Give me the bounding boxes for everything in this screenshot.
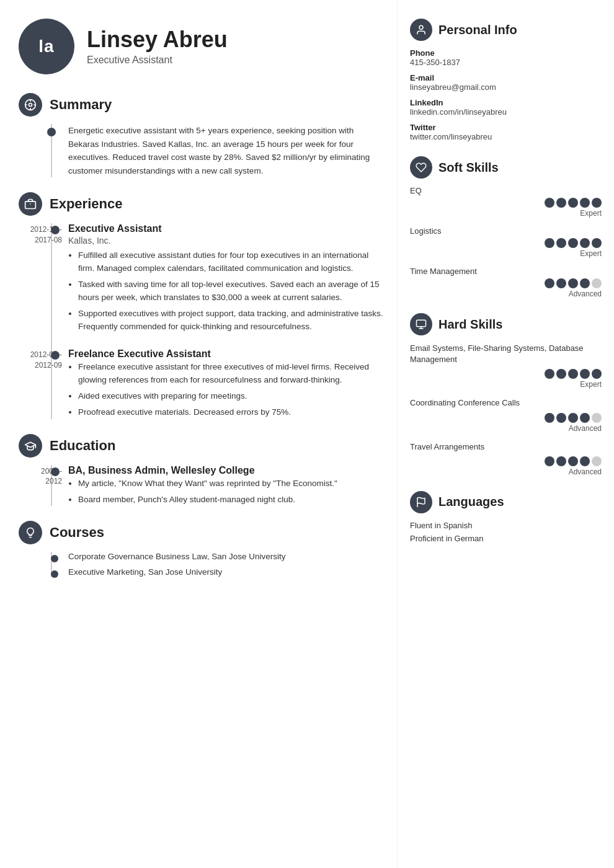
soft-skills-header: Soft Skills — [410, 156, 602, 179]
personal-info-header: Personal Info — [410, 19, 602, 41]
job-item-2: 2012-07 - 2012-09 Freelance Executive As… — [68, 348, 385, 419]
languages-section: Languages Fluent in Spanish Proficient i… — [410, 491, 602, 543]
hard-skills-header: Hard Skills — [410, 313, 602, 335]
hard-skill-calls-dots — [410, 413, 602, 423]
resume-container: la Linsey Abreu Executive Assistant — [0, 0, 614, 868]
soft-skill-time: Time Management Advanced — [410, 267, 602, 298]
edu-degree-1: BA, Business Admin, Wellesley College — [68, 465, 385, 476]
hard-skill-calls-name: Coordinating Conference Calls — [410, 397, 602, 409]
experience-section: Experience 2012-10 - 2017-08 Executive A… — [19, 192, 385, 418]
email-row: E-mail linseyabreu@gmail.com — [410, 73, 602, 92]
candidate-title: Executive Assistant — [87, 55, 228, 66]
soft-skills-icon — [410, 156, 432, 179]
hard-skill-email-level: Expert — [410, 380, 602, 389]
linkedin-label: LinkedIn — [410, 98, 602, 107]
hard-skill-travel-name: Travel Arrangements — [410, 441, 602, 453]
job-bullet-2-1: Freelance executive assistant for three … — [78, 361, 385, 387]
hard-skills-section: Hard Skills Email Systems, File-Sharing … — [410, 313, 602, 476]
personal-info-section: Personal Info Phone 415-350-1837 E-mail … — [410, 19, 602, 141]
education-section: Education 2009 - 2012 BA, Business Admin… — [19, 434, 385, 507]
email-label: E-mail — [410, 73, 602, 82]
language-item-1: Fluent in Spanish — [410, 521, 602, 530]
edu-dot-1 — [51, 467, 60, 476]
twitter-value: twitter.com/linseyabreu — [410, 132, 602, 141]
hard-skills-title: Hard Skills — [438, 317, 502, 332]
soft-skill-eq-dots — [410, 198, 602, 208]
edu-bullet-1-2: Board member, Punch's Alley student-mana… — [78, 494, 385, 507]
courses-title: Courses — [50, 525, 104, 541]
soft-skill-logistics-dots — [410, 238, 602, 248]
summary-icon — [19, 93, 42, 117]
education-title: Education — [50, 438, 115, 454]
course-dot-1 — [51, 555, 58, 562]
education-header: Education — [19, 434, 385, 458]
summary-text: Energetic executive assistant with 5+ ye… — [68, 124, 385, 177]
left-column: la Linsey Abreu Executive Assistant — [0, 0, 397, 868]
linkedin-value: linkedin.com/in/linseyabreu — [410, 107, 602, 117]
edu-item-1: 2009 - 2012 BA, Business Admin, Wellesle… — [68, 465, 385, 507]
svg-point-8 — [419, 25, 423, 29]
hard-skill-calls: Coordinating Conference Calls Advanced — [410, 397, 602, 432]
soft-skill-time-dots — [410, 278, 602, 288]
course-item-1: Corporate Governance Business Law, San J… — [68, 552, 385, 561]
header-info: Linsey Abreu Executive Assistant — [87, 27, 228, 66]
job-item-1: 2012-10 - 2017-08 Executive Assistant Ka… — [68, 223, 385, 334]
courses-list: Corporate Governance Business Law, San J… — [19, 552, 385, 577]
resume-header: la Linsey Abreu Executive Assistant — [19, 19, 385, 74]
soft-skill-time-level: Advanced — [410, 290, 602, 298]
phone-value: 415-350-1837 — [410, 58, 602, 67]
edu-bullets-1: My article, "Know What they Want" was re… — [68, 477, 385, 507]
svg-rect-9 — [417, 320, 426, 327]
soft-skills-title: Soft Skills — [438, 161, 499, 175]
personal-info-icon — [410, 19, 432, 41]
edu-bullet-1-1: My article, "Know What they Want" was re… — [78, 477, 385, 490]
svg-rect-6 — [25, 202, 36, 209]
hard-skill-calls-level: Advanced — [410, 424, 602, 433]
summary-title: Summary — [50, 97, 112, 113]
right-column: Personal Info Phone 415-350-1837 E-mail … — [397, 0, 614, 868]
hard-skill-email: Email Systems, File-Sharing Systems, Dat… — [410, 343, 602, 389]
job-bullet-1-1: Fulfilled all executive assistant duties… — [78, 249, 385, 275]
job-bullet-1-3: Supported executives with project suppor… — [78, 308, 385, 334]
hard-skill-travel-dots — [410, 456, 602, 466]
soft-skill-logistics-name: Logistics — [410, 226, 602, 236]
linkedin-row: LinkedIn linkedin.com/in/linseyabreu — [410, 98, 602, 117]
twitter-label: Twitter — [410, 123, 602, 132]
job-title-1: Executive Assistant — [68, 223, 385, 234]
svg-point-1 — [29, 104, 32, 107]
languages-header: Languages — [410, 491, 602, 513]
experience-icon — [19, 192, 42, 216]
phone-label: Phone — [410, 48, 602, 58]
job-company-1: Kallas, Inc. — [68, 236, 385, 246]
soft-skill-eq-level: Expert — [410, 209, 602, 218]
job-bullets-2: Freelance executive assistant for three … — [68, 361, 385, 419]
soft-skill-logistics-level: Expert — [410, 249, 602, 258]
hard-skill-email-dots — [410, 369, 602, 379]
job-title-2: Freelance Executive Assistant — [68, 348, 385, 360]
languages-icon — [410, 491, 432, 513]
avatar: la — [19, 19, 74, 74]
phone-row: Phone 415-350-1837 — [410, 48, 602, 67]
edu-content-1: BA, Business Admin, Wellesley College My… — [68, 465, 385, 507]
hard-skill-travel-level: Advanced — [410, 467, 602, 476]
job-content-2: Freelance Executive Assistant Freelance … — [68, 348, 385, 419]
job-bullet-2-2: Aided executives with preparing for meet… — [78, 390, 385, 403]
soft-skill-logistics: Logistics Expert — [410, 226, 602, 258]
experience-header: Experience — [19, 192, 385, 216]
education-timeline: 2009 - 2012 BA, Business Admin, Wellesle… — [19, 465, 385, 507]
soft-skill-time-name: Time Management — [410, 267, 602, 276]
education-icon — [19, 434, 42, 458]
hard-skill-travel: Travel Arrangements Advanced — [410, 441, 602, 476]
courses-icon — [19, 521, 42, 544]
summary-section: Summary Energetic executive assistant wi… — [19, 93, 385, 177]
soft-skill-eq: EQ Expert — [410, 186, 602, 218]
summary-header: Summary — [19, 93, 385, 117]
twitter-row: Twitter twitter.com/linseyabreu — [410, 123, 602, 141]
email-value: linseyabreu@gmail.com — [410, 82, 602, 92]
personal-info-title: Personal Info — [438, 23, 517, 37]
course-dot-2 — [51, 570, 58, 578]
experience-title: Experience — [50, 196, 122, 212]
experience-timeline: 2012-10 - 2017-08 Executive Assistant Ka… — [19, 223, 385, 418]
job-content-1: Executive Assistant Kallas, Inc. Fulfill… — [68, 223, 385, 334]
job-bullet-2-3: Proofread executive materials. Decreased… — [78, 406, 385, 419]
